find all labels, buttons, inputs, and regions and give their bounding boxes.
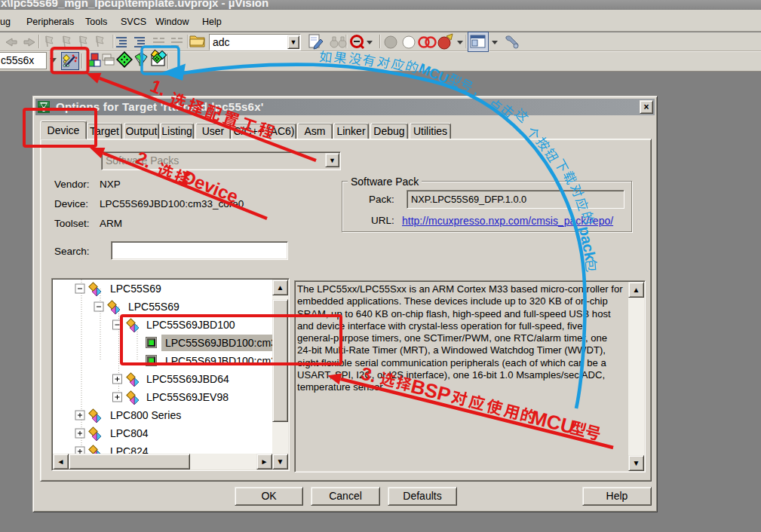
svg-text:2.: 2. bbox=[133, 147, 155, 172]
svg-text:3.: 3. bbox=[359, 362, 379, 386]
svg-text:pack: pack bbox=[576, 225, 599, 263]
svg-text:1.: 1. bbox=[148, 75, 170, 100]
svg-text:BSP: BSP bbox=[409, 375, 453, 406]
svg-text:Device: Device bbox=[180, 166, 241, 206]
